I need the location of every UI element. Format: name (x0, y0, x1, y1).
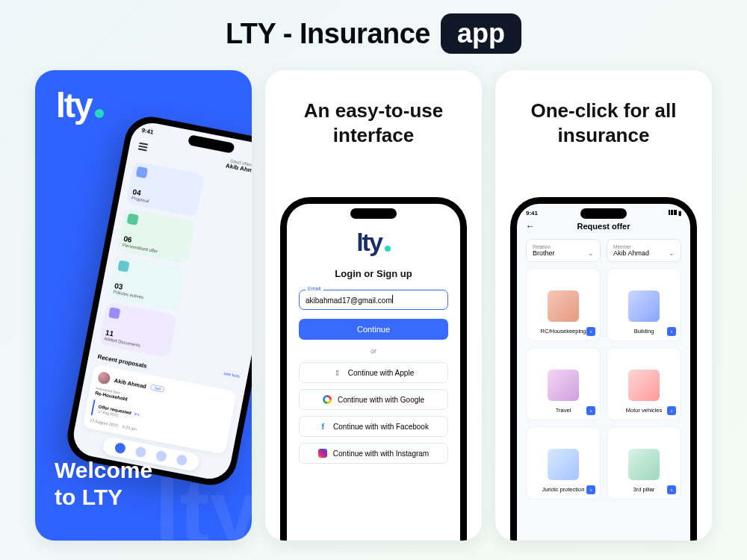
category-illustration-icon (548, 370, 579, 401)
social-label: Continue with with Facebook (333, 423, 429, 431)
lty-logo-dot-icon (95, 109, 104, 118)
card-icon (126, 214, 138, 225)
category-label: Building (634, 328, 654, 335)
social-label: Continue with Apple (348, 369, 414, 377)
email-value: akibahmad17@gmail.com (306, 296, 392, 305)
dashboard-card[interactable]: 04Proposal (126, 161, 205, 217)
relation-label: Relation (533, 244, 594, 249)
phone-request-offer: 9:41 ▮ ← Request offer Relation Brother … (510, 197, 697, 541)
panel-offer: One-click for all insurance 9:41 ▮ ← Req… (495, 70, 712, 541)
member-value: Akib Ahmad (613, 249, 649, 257)
go-icon: › (667, 485, 676, 494)
dashboard-card[interactable]: 03Policies actives (108, 255, 186, 311)
phone-dashboard: 9:41 ▮ Good afternoon Akib Ahmad 04Propo… (63, 112, 252, 489)
or-divider: or (287, 347, 460, 355)
login-logo-text: lty (356, 229, 382, 255)
panels: lty lty 9:41 ▮ Good afternoon Akib Ahmad (0, 60, 747, 541)
member-select[interactable]: Member Akib Ahmad ⌄ (607, 239, 681, 262)
social-instagram-button[interactable]: Continue with with Instagram (299, 443, 448, 464)
category-card[interactable]: Building› (607, 268, 681, 341)
category-label: Juridic protection (542, 486, 585, 493)
facebook-icon: f (318, 422, 327, 431)
cursor-icon (392, 295, 393, 303)
notch-icon (350, 208, 397, 219)
proposal-name: Akib Ahmad (114, 377, 146, 390)
status-icons: ▮ (669, 210, 681, 217)
panel-login-headline: An easy-to-use interface (265, 70, 482, 149)
dashboard-card[interactable]: 06Personalised offer (117, 208, 195, 264)
social-facebook-button[interactable]: fContinue with with Facebook (299, 416, 448, 437)
phone-login: lty Login or Sign up Email akibahmad17@g… (280, 197, 467, 541)
social-label: Continue with with Instagram (333, 449, 429, 458)
apple-icon:  (333, 368, 342, 377)
go-icon: › (586, 406, 595, 415)
panel-welcome: lty lty 9:41 ▮ Good afternoon Akib Ahmad (35, 70, 252, 541)
category-grid: RC/Housekeeping›Building›Travel›Motor ve… (517, 268, 690, 500)
member-label: Member (613, 244, 675, 249)
social-label: Continue with with Google (338, 396, 424, 404)
screen-title: Request offer (577, 222, 630, 231)
continue-button[interactable]: Continue (299, 319, 448, 340)
page-title-row: LTY - Insurance app (0, 0, 747, 60)
category-card[interactable]: 3rd pillar› (607, 426, 681, 500)
login-logo-dot-icon (385, 246, 391, 252)
category-illustration-icon (628, 449, 660, 480)
card-icon (108, 307, 120, 319)
category-card[interactable]: Motor vehicles› (607, 347, 681, 420)
lty-logo-text: lty (56, 88, 92, 122)
welcome-text: Welcome to LTY (55, 457, 152, 511)
social-google-button[interactable]: Continue with with Google (299, 389, 448, 410)
greeting: Good afternoon Akib Ahmad (226, 158, 252, 175)
login-title: Login or Sign up (287, 268, 460, 279)
category-label: Travel (556, 407, 571, 414)
email-field[interactable]: Email akibahmad17@gmail.com (299, 290, 448, 310)
relation-value: Brother (533, 249, 555, 257)
card-icon (117, 260, 129, 272)
dashboard-card[interactable]: 11Added Documents (99, 302, 177, 358)
social-apple-button[interactable]: Continue with Apple (299, 362, 448, 383)
category-illustration-icon (628, 370, 660, 401)
category-label: RC/Housekeeping (541, 328, 586, 335)
self-tag: Self (150, 385, 165, 393)
panel-offer-headline: One-click for all insurance (495, 70, 712, 149)
lty-logo: lty (56, 88, 104, 122)
category-illustration-icon (548, 290, 579, 322)
go-icon: › (586, 485, 595, 494)
offer-ratio: 3/4 (134, 411, 140, 417)
category-card[interactable]: Travel› (526, 347, 601, 420)
panel-login: An easy-to-use interface lty Login or Si… (265, 70, 482, 541)
login-logo: lty (287, 229, 460, 255)
chevron-down-icon: ⌄ (669, 249, 675, 257)
page-title: LTY - Insurance (226, 18, 430, 50)
category-illustration-icon (628, 290, 660, 322)
go-icon: › (667, 327, 676, 336)
category-label: 3rd pillar (633, 486, 655, 493)
go-icon: › (586, 327, 595, 336)
category-illustration-icon (548, 449, 579, 480)
category-card[interactable]: Juridic protection› (526, 426, 601, 500)
notch-icon (580, 208, 627, 219)
category-card[interactable]: RC/Housekeeping› (526, 268, 601, 341)
chevron-down-icon: ⌄ (588, 249, 594, 257)
email-label: Email (306, 286, 323, 291)
menu-icon[interactable] (138, 143, 149, 152)
instagram-icon (318, 449, 327, 458)
back-icon[interactable]: ← (526, 221, 535, 231)
dashboard-cards: 04Proposal06Personalised offer03Policies… (90, 154, 252, 379)
card-icon (136, 167, 148, 178)
status-time: 9:41 (526, 210, 538, 217)
go-icon: › (667, 406, 676, 415)
category-label: Motor vehicles (626, 407, 662, 414)
proposal-avatar (97, 371, 111, 385)
relation-select[interactable]: Relation Brother ⌄ (526, 239, 601, 262)
title-pill: app (441, 13, 521, 54)
google-icon (323, 395, 332, 404)
